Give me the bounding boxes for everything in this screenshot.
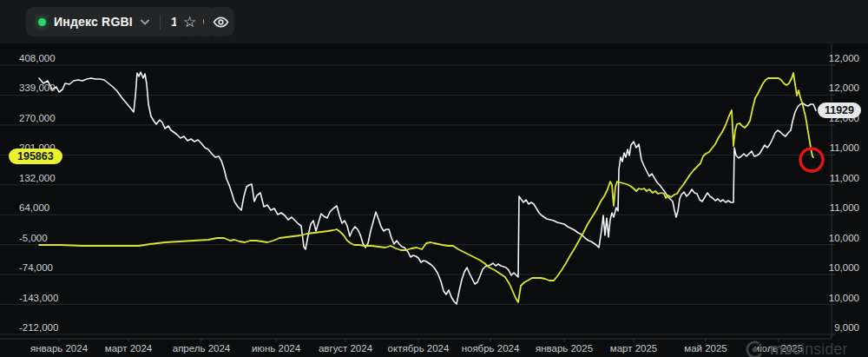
y-axis-label-right: 10,000 <box>829 262 859 273</box>
trading-chart-app: Индекс RGBI 11929 ☆ 408,00012,000339,000… <box>0 0 868 357</box>
x-axis-label: апрель 2024 <box>173 343 231 354</box>
x-axis-label: январь 2025 <box>536 343 593 354</box>
y-axis-label-left: 270,000 <box>19 113 56 123</box>
y-axis-label-left: -74,000 <box>19 262 53 273</box>
star-icon: ☆ <box>183 15 196 30</box>
favorite-button[interactable]: ☆ <box>176 7 203 36</box>
y-axis-label-right: 11,000 <box>830 202 859 213</box>
y-axis-label-right: 10,000 <box>829 293 859 303</box>
yellow-series-value-badge: 195863 <box>9 149 62 164</box>
instrument-name: Индекс RGBI <box>54 15 133 29</box>
pill-divider <box>160 15 161 30</box>
mscinsider-logo-icon <box>745 340 765 357</box>
x-axis-label: январь 2024 <box>30 343 88 354</box>
watch-button[interactable] <box>207 7 234 36</box>
y-axis-label-right: 12,000 <box>829 83 859 93</box>
watermark-text: mscinsider <box>770 340 848 357</box>
y-axis-label-right: 10,000 <box>829 233 859 243</box>
watermark: mscinsider <box>745 340 848 357</box>
y-axis-label-right: 11,000 <box>830 173 859 183</box>
x-axis-label: июнь 2024 <box>252 343 300 354</box>
chevron-down-icon <box>141 19 149 25</box>
y-axis-label-left: 339,000 <box>19 83 56 93</box>
x-axis-label: май 2025 <box>684 343 727 354</box>
y-axis-label-left: -143,000 <box>19 293 58 303</box>
market-open-status-dot <box>38 18 46 26</box>
chart-canvas[interactable] <box>0 43 868 357</box>
x-axis-label: ноябрь 2024 <box>462 343 520 354</box>
y-axis-label-left: -5,000 <box>19 233 48 243</box>
x-axis-label: март 2025 <box>610 343 658 354</box>
y-axis-label-right: 12,000 <box>829 53 859 63</box>
x-axis-label: октябрь 2024 <box>388 343 450 354</box>
chart-area: 408,00012,000339,00012,000270,00012,0002… <box>0 43 868 357</box>
y-axis-label-left: -212,000 <box>19 322 58 333</box>
x-axis-label: март 2024 <box>105 343 153 354</box>
y-axis-label-left: 132,000 <box>19 173 56 183</box>
white-series-value-badge: 11929 <box>818 102 861 118</box>
y-axis-label-left: 64,000 <box>19 202 49 213</box>
chart-toolbar: Индекс RGBI 11929 ☆ <box>0 0 868 43</box>
eye-icon <box>213 16 229 29</box>
x-axis-label: август 2024 <box>319 343 372 354</box>
y-axis-label-left: 408,000 <box>19 53 56 63</box>
y-axis-label-right: 11,000 <box>830 142 859 153</box>
y-axis-label-right: 9,000 <box>834 322 859 333</box>
